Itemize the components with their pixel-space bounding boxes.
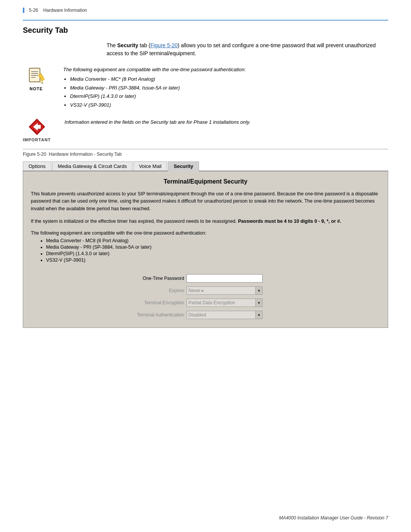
expires-arrow[interactable]: ▼: [255, 287, 262, 294]
important-content: Information entered in the fields on the…: [65, 117, 250, 126]
security-form: One-Time Password Expires Never ▸ ▼ Term…: [31, 274, 380, 319]
panel-description-1: This feature prevents unauthorized acces…: [31, 190, 380, 212]
important-text-after: tab are for Phase 1 installations only.: [170, 119, 250, 125]
list-item: Media Gateway - PRI (SP-3884, Issue-5A o…: [46, 244, 380, 250]
panel-desc-2-before: If the system is initialized or the effe…: [31, 219, 238, 224]
note-block: NOTE The following equipment are compati…: [23, 66, 388, 110]
panel-desc-2-bold: Passwords must be 4 to 10 digits 0 - 9, …: [238, 219, 341, 224]
note-label: NOTE: [30, 86, 43, 91]
section-title: Security Tab: [23, 26, 388, 35]
list-item: VS32-V (SP-3901): [46, 257, 380, 263]
intro-paragraph: The Security tab (Figure 5-20) allows yo…: [107, 42, 388, 58]
note-icon-block: NOTE: [23, 66, 49, 91]
list-item: Media Converter - MC* (8 Port Analog): [70, 75, 246, 83]
password-row: One-Time Password: [122, 274, 289, 283]
important-icon-block: IMPORTANT: [23, 117, 51, 142]
authentication-arrow[interactable]: ▼: [255, 311, 262, 319]
note-icon: [26, 66, 46, 86]
tab-bar: Options Media Gateway & Circuit Cards Vo…: [23, 161, 388, 171]
figure-caption-text: Hardware Information - Security Tab: [49, 152, 122, 157]
svg-rect-1: [30, 69, 39, 81]
list-item: VS32-V (SP-3901): [70, 101, 246, 109]
note-items-list: Media Converter - MC* (8 Port Analog) Me…: [70, 75, 246, 109]
list-item: DtermIP(SIP) (1.4.3.0 or later): [70, 93, 246, 101]
expires-value: Never ▸: [187, 287, 255, 294]
password-label: One-Time Password: [122, 276, 186, 281]
compat-header: The following equipment are compatible w…: [31, 230, 380, 236]
list-item: Media Converter - MC8 (8 Port Analog): [46, 238, 380, 243]
compat-items: Media Converter - MC8 (8 Port Analog) Me…: [46, 238, 380, 263]
compat-section: The following equipment are compatible w…: [31, 230, 380, 263]
important-icon: [27, 117, 47, 137]
page-ref: 5-26: [29, 8, 38, 13]
tab-options[interactable]: Options: [23, 161, 51, 171]
authentication-row: Terminal Authentication Disabled ▼: [122, 311, 289, 319]
tab-media-gateway[interactable]: Media Gateway & Circuit Cards: [52, 161, 132, 171]
password-input[interactable]: [186, 274, 263, 283]
authentication-value: Disabled: [187, 312, 255, 318]
tab-security[interactable]: Security: [168, 161, 199, 171]
figure-caption: Figure 5-20 Hardware Information - Secur…: [23, 149, 388, 157]
figure-number: Figure 5-20: [23, 152, 46, 157]
authentication-label: Terminal Authentication: [122, 312, 186, 318]
expires-row: Expires Never ▸ ▼: [122, 286, 289, 295]
important-label: IMPORTANT: [23, 137, 51, 142]
encryption-value: Partial Data Encryption: [187, 299, 255, 306]
encryption-label: Terminal Encryption: [122, 300, 186, 305]
important-block: IMPORTANT Information entered in the fie…: [23, 117, 388, 142]
tab-voice-mail[interactable]: Voice Mail: [133, 161, 167, 171]
panel-title: Terminal/Equipment Security: [31, 178, 380, 185]
note-content: The following equipment are compatible w…: [63, 66, 246, 110]
note-header-text: The following equipment are compatible w…: [63, 66, 246, 74]
important-italic-word: Security: [150, 119, 170, 125]
intro-text-middle: tab (: [138, 42, 150, 48]
expires-select[interactable]: Never ▸ ▼: [186, 286, 263, 295]
list-item: Media Gateway - PRI (SP-3884, Issue-5A o…: [70, 84, 246, 92]
figure-link[interactable]: Figure 5-20: [150, 42, 178, 48]
intro-bold: Security: [117, 42, 138, 48]
authentication-select[interactable]: Disabled ▼: [186, 311, 263, 319]
encryption-row: Terminal Encryption Partial Data Encrypt…: [122, 299, 289, 307]
footer-text: MA4000 Installation Manager User Guide -…: [279, 515, 388, 521]
chapter-title: Hardware Information: [43, 8, 87, 13]
intro-text-before: The: [107, 42, 117, 48]
page-header: 5-26 Hardware Information: [23, 8, 388, 13]
expires-label: Expires: [122, 288, 186, 293]
security-panel: Terminal/Equipment Security This feature…: [23, 171, 388, 328]
important-text-before: Information entered in the fields on the: [65, 119, 150, 125]
encryption-arrow[interactable]: ▼: [255, 299, 262, 307]
encryption-select[interactable]: Partial Data Encryption ▼: [186, 299, 263, 307]
list-item: DtermIP(SIP) (1.4.3.0 or later): [46, 251, 380, 256]
panel-description-2: If the system is initialized or the effe…: [31, 218, 380, 225]
section-divider: [23, 20, 388, 21]
